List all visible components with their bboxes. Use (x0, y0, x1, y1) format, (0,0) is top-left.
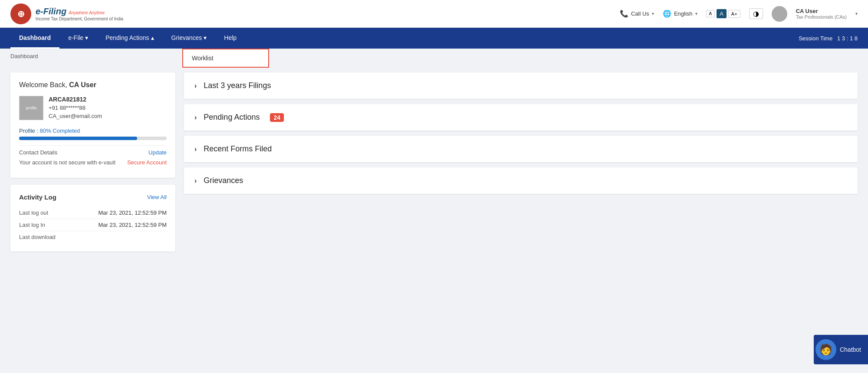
logo-text: e-Filing Anywhere Anytime Income Tax Dep… (36, 7, 123, 21)
top-bar: ⊕ e-Filing Anywhere Anytime Income Tax D… (0, 0, 868, 28)
call-us-button[interactable]: 📞 Call Us ▾ (620, 10, 654, 18)
nav-item-pending-actions[interactable]: Pending Actions ▴ (97, 28, 162, 49)
update-link[interactable]: Update (148, 149, 167, 156)
welcome-title: Welcome Back, CA User (19, 81, 167, 89)
session-time: Session Time 1 3 : 1 8 (799, 35, 858, 42)
activity-row-logout: Last log out Mar 23, 2021, 12:52:59 PM (19, 207, 167, 219)
logo-emblem: ⊕ (10, 3, 31, 24)
phone-icon: 📞 (620, 10, 628, 18)
nav-item-grievances[interactable]: Grievances ▾ (163, 28, 216, 49)
main-content: Welcome Back, CA User profile ARCA821812… (0, 64, 868, 260)
language-selector[interactable]: 🌐 English ▾ (663, 10, 697, 18)
accordion-chevron-1: › (194, 114, 197, 121)
accordion-grievances[interactable]: › Grievances (184, 167, 858, 194)
activity-row-login: Last log In Mar 23, 2021, 12:52:59 PM (19, 219, 167, 231)
accordion-recent-forms[interactable]: › Recent Forms Filed (184, 136, 858, 162)
call-us-chevron: ▾ (652, 11, 654, 16)
profile-row: profile ARCA821812 +91 88******88 CA_use… (19, 96, 167, 120)
pending-chevron: ▴ (151, 34, 154, 41)
nav-bar: Dashboard e-File ▾ Pending Actions ▴ Gri… (0, 28, 868, 49)
accordion-last3years[interactable]: › Last 3 years Filings (184, 72, 858, 99)
grievances-chevron: ▾ (204, 34, 207, 41)
accordion-chevron-0: › (194, 82, 197, 90)
breadcrumb: Dashboard (0, 49, 868, 64)
activity-row-download: Last download (19, 231, 167, 243)
font-controls: A A A+ (706, 9, 740, 18)
user-info: CA User Tax Professionals (CAs) (796, 8, 847, 20)
welcome-card: Welcome Back, CA User profile ARCA821812… (10, 72, 175, 178)
right-panel: › Last 3 years Filings › Pending Actions… (184, 72, 858, 252)
nav-item-dashboard[interactable]: Dashboard (10, 28, 59, 49)
profile-email: CA_user@email.com (49, 113, 102, 119)
view-all-link[interactable]: View All (147, 194, 167, 200)
globe-icon: 🌐 (663, 10, 671, 18)
user-chevron[interactable]: ▾ (855, 11, 858, 16)
logo-subtitle: Income Tax Department, Government of Ind… (36, 16, 123, 21)
font-large-button[interactable]: A+ (728, 10, 740, 18)
nav-left: Dashboard e-File ▾ Pending Actions ▴ Gri… (10, 28, 245, 49)
security-row: Your account is not secure with e-vault … (19, 159, 167, 166)
profile-details: ARCA821812 +91 88******88 CA_user@email.… (49, 96, 102, 119)
activity-title: Activity Log (19, 193, 56, 201)
accordion-pending-actions[interactable]: › Pending Actions 24 (184, 104, 858, 131)
nav-item-help[interactable]: Help (215, 28, 245, 49)
logo-efiling: e-Filing Anywhere Anytime (36, 7, 123, 16)
font-small-button[interactable]: A (706, 10, 715, 17)
profile-image: profile (19, 96, 43, 120)
accordion-chevron-3: › (194, 177, 197, 185)
secure-account-link[interactable]: Secure Account (127, 159, 167, 166)
profile-id: ARCA821812 (49, 96, 102, 103)
profile-phone: +91 88******88 (49, 105, 102, 111)
nav-item-efile[interactable]: e-File ▾ (59, 28, 97, 49)
efile-chevron: ▾ (85, 34, 88, 41)
progress-bar-fill (19, 137, 137, 140)
left-panel: Welcome Back, CA User profile ARCA821812… (10, 72, 175, 252)
font-medium-button[interactable]: A (717, 9, 727, 18)
worklist-dropdown[interactable]: Worklist (182, 49, 269, 68)
progress-bar-bg (19, 137, 167, 140)
top-bar-right: 📞 Call Us ▾ 🌐 English ▾ A A A+ ◑ CA User… (620, 6, 858, 22)
avatar (772, 6, 787, 22)
language-chevron: ▾ (695, 11, 697, 16)
profile-completion: Profile : 80% Completed (19, 127, 167, 140)
activity-card: Activity Log View All Last log out Mar 2… (10, 185, 175, 252)
contrast-button[interactable]: ◑ (749, 8, 763, 19)
pending-actions-badge: 24 (270, 113, 284, 122)
activity-header: Activity Log View All (19, 193, 167, 201)
contact-details-row: Contact Details Update (19, 149, 167, 156)
accordion-chevron-2: › (194, 145, 197, 153)
logo-area: ⊕ e-Filing Anywhere Anytime Income Tax D… (10, 3, 123, 24)
